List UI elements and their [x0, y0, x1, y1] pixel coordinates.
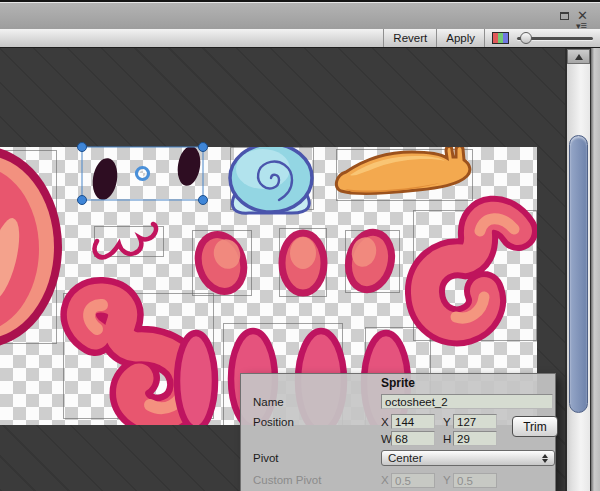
revert-button[interactable]: Revert: [384, 29, 436, 47]
maximize-icon[interactable]: [560, 12, 569, 20]
sprite-mouth[interactable]: [95, 224, 156, 257]
sprite-sucker-ovals[interactable]: [191, 228, 397, 298]
toolbar: Revert Apply: [0, 29, 600, 48]
pivot-value: Center: [388, 452, 423, 464]
sprite-tentacle-curl[interactable]: [81, 298, 188, 416]
apply-button[interactable]: Apply: [437, 29, 484, 47]
dropdown-arrows-icon: [542, 454, 548, 463]
zoom-slider-thumb[interactable]: [520, 32, 532, 44]
sprite-selection[interactable]: [70, 133, 215, 213]
name-input[interactable]: [381, 394, 553, 409]
sprite-slug[interactable]: [336, 147, 469, 194]
sprite-inspector-panel: Sprite Name Position X Y W H Trim Pivot …: [240, 373, 556, 491]
w-input[interactable]: [391, 431, 435, 446]
vertical-scrollbar[interactable]: [565, 48, 591, 491]
x-label: X: [381, 416, 389, 428]
sprite-tentacle-right[interactable]: [425, 216, 518, 327]
sprite-editor-window: ✕ ▾≡ Revert Apply: [0, 0, 600, 491]
y-label: Y: [443, 416, 451, 428]
custom-y-input: [453, 473, 497, 488]
x-input[interactable]: [391, 414, 435, 429]
pivot-label: Pivot: [253, 452, 279, 464]
sprite-octopus-body[interactable]: [0, 147, 62, 348]
selection-rect[interactable]: [82, 147, 203, 200]
scrollbar-thumb[interactable]: [569, 135, 588, 413]
custom-y-label: Y: [443, 474, 451, 486]
arrow-up-icon: [575, 54, 583, 60]
custom-x-input: [391, 473, 435, 488]
sprite-editor-canvas: Sprite Name Position X Y W H Trim Pivot …: [0, 48, 600, 491]
rgb-channels-icon[interactable]: [492, 32, 509, 44]
h-input[interactable]: [453, 431, 497, 446]
panel-title: Sprite: [241, 376, 555, 390]
trim-button[interactable]: Trim: [512, 416, 558, 437]
h-label: H: [443, 433, 451, 445]
window-right-border: [591, 48, 600, 491]
toolbar-separator: [484, 29, 485, 47]
zoom-slider[interactable]: [517, 29, 593, 47]
custom-pivot-label: Custom Pivot: [253, 474, 321, 486]
titlebar[interactable]: ✕ ▾≡: [0, 0, 600, 29]
pivot-dropdown[interactable]: Center: [381, 450, 555, 466]
custom-x-label: X: [381, 474, 389, 486]
position-label: Position: [253, 416, 294, 428]
scroll-up-button[interactable]: [567, 49, 590, 64]
name-label: Name: [253, 396, 284, 408]
sprite-snail-shell[interactable]: [230, 147, 312, 213]
pivot-ring[interactable]: [137, 168, 149, 180]
selection-handles[interactable]: [78, 143, 208, 205]
y-input[interactable]: [453, 414, 497, 429]
